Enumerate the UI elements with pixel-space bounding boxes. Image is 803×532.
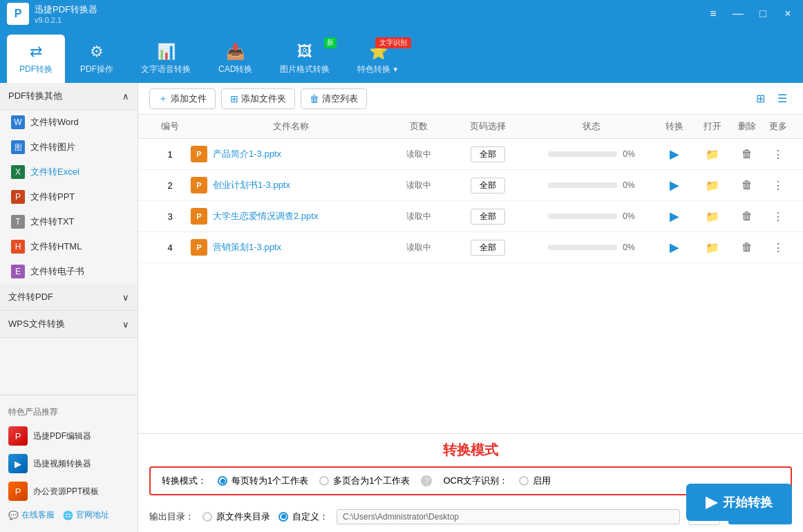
folder-icon-4[interactable]: 📁: [706, 241, 719, 254]
sidebar-item-to-txt[interactable]: T 文件转TXT: [0, 209, 138, 234]
nav-tts[interactable]: 📊 文字语音转换: [129, 35, 203, 83]
cell-page-select-2[interactable]: 全部: [446, 178, 529, 193]
close-btn[interactable]: ×: [780, 8, 796, 20]
cell-delete-4[interactable]: 🗑: [730, 241, 764, 254]
radio-ocr[interactable]: 启用: [519, 475, 551, 487]
list-view-button[interactable]: ☰: [773, 89, 792, 108]
more-icon-3[interactable]: ⋮: [773, 210, 784, 223]
trash-icon-3[interactable]: 🗑: [741, 210, 753, 222]
radio-dot-one-per-page[interactable]: [218, 476, 227, 486]
table-row: 2 P 创业计划书1-3.pptx 读取中 全部 0%: [138, 170, 803, 201]
sidebar-item-to-img[interactable]: 图 文件转图片: [0, 135, 138, 160]
promo-label: 特色产品推荐: [0, 402, 138, 422]
progress-bar-2: [548, 182, 617, 188]
sidebar-item-to-ebook[interactable]: E 文件转电子书: [0, 259, 138, 284]
clear-list-button[interactable]: 🗑 清空列表: [301, 88, 367, 109]
menu-btn[interactable]: ≡: [705, 8, 721, 20]
customer-service-link[interactable]: 💬 在线客服: [8, 509, 55, 521]
add-folder-button[interactable]: ⊞ 添加文件夹: [221, 88, 295, 109]
radio-original-folder[interactable]: 原文件夹目录: [202, 511, 270, 523]
cell-open-2[interactable]: 📁: [695, 179, 730, 192]
cell-filename-1: P 产品简介1-3.pptx: [191, 146, 391, 162]
nav-pdf-ops[interactable]: ⚙ PDF操作: [68, 35, 126, 83]
trash-icon-2[interactable]: 🗑: [741, 179, 753, 191]
more-icon-2[interactable]: ⋮: [773, 179, 784, 192]
cell-convert-4[interactable]: ▶: [654, 240, 695, 255]
cell-open-1[interactable]: 📁: [695, 148, 730, 161]
nav-pdf-convert[interactable]: ⇄ PDF转换: [7, 35, 65, 83]
section-pdf-other[interactable]: PDF转换其他 ∧: [0, 83, 138, 110]
sidebar-item-to-ppt[interactable]: P 文件转PPT: [0, 184, 138, 209]
toolbar-left: ＋ 添加文件 ⊞ 添加文件夹 🗑 清空列表: [149, 88, 367, 109]
output-path-input[interactable]: [337, 509, 680, 524]
restore-btn[interactable]: □: [755, 8, 771, 20]
nav-img-label: 图片格式转换: [280, 64, 330, 75]
promo-video-converter[interactable]: ▶ 迅捷视频转换器: [0, 450, 138, 477]
cell-convert-2[interactable]: ▶: [654, 178, 695, 193]
cell-more-4[interactable]: ⋮: [764, 241, 792, 254]
cell-delete-2[interactable]: 🗑: [730, 179, 764, 191]
play-btn-3[interactable]: ▶: [670, 209, 679, 224]
page-select-btn-1[interactable]: 全部: [471, 146, 505, 162]
radio-dot-custom[interactable]: [278, 512, 288, 522]
window-controls: ≡ — □ ×: [705, 8, 796, 20]
folder-icon-2[interactable]: 📁: [706, 179, 719, 192]
nav-cad[interactable]: 📥 CAD转换: [206, 35, 265, 83]
radio-dot-ocr[interactable]: [519, 476, 529, 486]
sidebar-item-to-html[interactable]: H 文件转HTML: [0, 234, 138, 259]
cell-delete-3[interactable]: 🗑: [730, 210, 764, 222]
trash-icon-4[interactable]: 🗑: [741, 241, 753, 254]
page-select-btn-3[interactable]: 全部: [471, 209, 505, 225]
folder-icon-1[interactable]: 📁: [706, 148, 719, 161]
sidebar-item-to-excel[interactable]: X 文件转Excel: [0, 160, 138, 184]
promo-ppt-template[interactable]: P 办公资源PPT模板: [0, 477, 138, 505]
nav-special[interactable]: 文字识别 ⭐ 特色转换 ▼: [345, 35, 411, 83]
ocr-option-label: 启用: [533, 475, 551, 487]
play-btn-1[interactable]: ▶: [670, 146, 679, 162]
cell-delete-1[interactable]: 🗑: [730, 148, 764, 160]
section-wps[interactable]: WPS文件转换 ∨: [0, 311, 138, 338]
page-select-btn-2[interactable]: 全部: [471, 178, 505, 193]
cell-more-1[interactable]: ⋮: [764, 148, 792, 161]
trash-icon-1[interactable]: 🗑: [741, 148, 753, 160]
more-icon-1[interactable]: ⋮: [773, 148, 784, 161]
radio-custom[interactable]: 自定义：: [278, 511, 328, 523]
radio-one-per-page[interactable]: 每页转为1个工作表: [218, 475, 308, 487]
help-icon[interactable]: ?: [421, 475, 432, 486]
grid-view-button[interactable]: ⊞: [750, 89, 770, 108]
cell-more-3[interactable]: ⋮: [764, 210, 792, 223]
section-wps-label: WPS文件转换: [8, 318, 65, 330]
radio-dot-all-in-one[interactable]: [319, 476, 329, 486]
progress-bar-3: [548, 213, 617, 219]
section-file-to-pdf[interactable]: 文件转PDF ∨: [0, 284, 138, 311]
to-excel-label: 文件转Excel: [30, 166, 79, 178]
page-select-btn-4[interactable]: 全部: [471, 240, 505, 256]
cell-open-3[interactable]: 📁: [695, 210, 730, 223]
cell-page-select-1[interactable]: 全部: [446, 146, 529, 162]
cell-num-3: 3: [149, 211, 191, 222]
more-icon-4[interactable]: ⋮: [773, 241, 784, 254]
radio-dot-original[interactable]: [202, 512, 212, 522]
nav-tts-label: 文字语音转换: [141, 64, 191, 75]
cell-page-select-4[interactable]: 全部: [446, 240, 529, 256]
sidebar-promo: 特色产品推荐 P 迅捷PDF编辑器 ▶ 迅捷视频转换器 P 办公资源PPT模板 …: [0, 395, 138, 532]
official-site-link[interactable]: 🌐 官网地址: [63, 509, 109, 521]
play-btn-2[interactable]: ▶: [670, 178, 679, 193]
cell-convert-1[interactable]: ▶: [654, 146, 695, 162]
cell-convert-3[interactable]: ▶: [654, 209, 695, 224]
cell-open-4[interactable]: 📁: [695, 241, 730, 254]
folder-icon-3[interactable]: 📁: [706, 210, 719, 223]
minimize-btn[interactable]: —: [730, 8, 746, 20]
play-btn-4[interactable]: ▶: [670, 240, 679, 255]
add-file-button[interactable]: ＋ 添加文件: [149, 88, 216, 109]
cell-page-select-3[interactable]: 全部: [446, 209, 529, 225]
app-info: 迅捷PDF转换器 v9.0.2.1: [35, 3, 97, 24]
sidebar-item-to-word[interactable]: W 文件转Word: [0, 110, 138, 135]
cell-num-4: 4: [149, 243, 191, 253]
progress-bar-4: [548, 245, 617, 250]
radio-all-in-one[interactable]: 多页合为1个工作表: [319, 475, 410, 487]
promo-pdf-editor[interactable]: P 迅捷PDF编辑器: [0, 422, 138, 450]
nav-img[interactable]: 新 🖼 图片格式转换: [267, 35, 342, 83]
start-convert-button[interactable]: ▶ 开始转换: [686, 484, 792, 521]
cell-more-2[interactable]: ⋮: [764, 179, 792, 192]
